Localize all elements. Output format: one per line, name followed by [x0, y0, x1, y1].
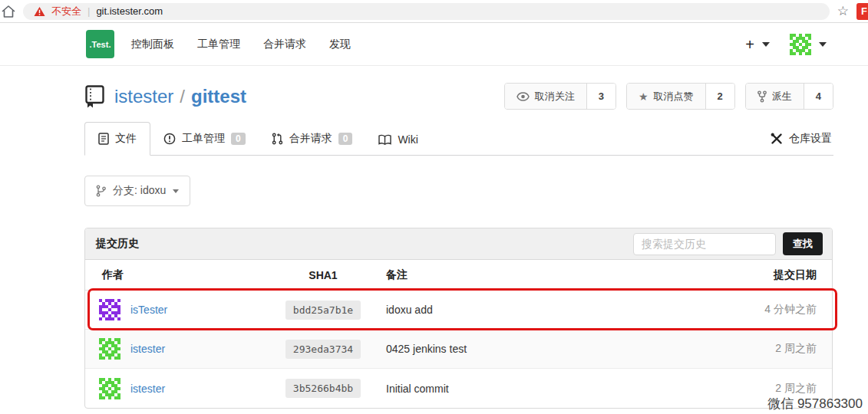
repository-icon [84, 85, 105, 108]
commit-message: idoxu add [377, 304, 717, 316]
file-icon [98, 133, 109, 145]
commit-author-link[interactable]: isTester [130, 304, 167, 316]
unstar-button[interactable]: ★ 取消点赞 2 [626, 83, 735, 110]
eye-icon [517, 92, 530, 101]
commit-author-avatar[interactable] [99, 299, 120, 320]
bookmark-star-icon[interactable]: ☆ [837, 5, 849, 18]
unstar-label: 取消点赞 [654, 90, 694, 104]
commit-author-link[interactable]: istester [130, 343, 165, 355]
tools-icon [771, 133, 783, 145]
site-logo[interactable]: .Test. [86, 30, 114, 58]
tab-wiki[interactable]: Wiki [365, 124, 431, 155]
repo-settings-label: 仓库设置 [789, 132, 832, 146]
warning-triangle-icon [34, 6, 45, 17]
repo-title: istester/gittest [114, 86, 246, 107]
address-bar[interactable]: 不安全 | git.istester.com [23, 3, 830, 20]
commit-author-link[interactable]: istester [130, 383, 165, 395]
commit-history-header: 提交历史 查找 [85, 228, 832, 260]
commit-row[interactable]: isTester bdd25a7b1e idoxu add 4 分钟之前 [85, 291, 832, 330]
commit-date: 2 周之前 [717, 342, 832, 356]
url-text[interactable]: git.istester.com [96, 5, 163, 17]
panel-title: 提交历史 [96, 237, 139, 251]
star-icon: ★ [639, 91, 649, 102]
site-navbar: .Test. 控制面板 工单管理 合并请求 发现 + [0, 23, 868, 66]
repo-tabs: 文件 工单管理 0 合并请求 0 Wiki 仓库设置 [84, 122, 833, 156]
nav-pull-requests[interactable]: 合并请求 [263, 38, 306, 51]
header-message: 备注 [377, 268, 717, 282]
branch-icon [96, 185, 106, 197]
commit-message: 0425 jenkins test [377, 343, 717, 355]
tab-pull-requests-label: 合并请求 [289, 132, 332, 146]
branch-selector[interactable]: 分支: idoxu [84, 176, 190, 206]
fork-icon [757, 90, 767, 103]
commit-history-panel: 提交历史 查找 作者 SHA1 备注 提交日期 isTester bdd25a7… [84, 228, 833, 409]
commit-table: 作者 SHA1 备注 提交日期 isTester bdd25a7b1e idox… [85, 260, 832, 408]
merge-request-icon [272, 133, 283, 145]
wechat-watermark: 微信 957863300 [767, 395, 863, 412]
commit-date: 4 分钟之前 [717, 303, 832, 317]
branch-selector-label: 分支: idoxu [113, 184, 166, 198]
commit-author-avatar[interactable] [99, 338, 120, 360]
chevron-down-icon[interactable] [762, 42, 770, 47]
commit-date: 2 周之前 [717, 382, 832, 396]
repo-name-link[interactable]: gittest [191, 86, 246, 107]
issues-count-badge: 0 [231, 133, 246, 145]
commit-search-input[interactable] [633, 233, 776, 255]
repo-title-separator: / [180, 86, 185, 107]
home-icon[interactable] [2, 5, 15, 18]
commit-sha-badge[interactable]: 293eda3734 [285, 340, 361, 359]
user-avatar[interactable] [790, 34, 811, 55]
repo-settings-button[interactable]: 仓库设置 [769, 123, 833, 155]
tab-files[interactable]: 文件 [84, 122, 150, 156]
repo-owner-link[interactable]: istester [114, 86, 173, 107]
tab-wiki-label: Wiki [398, 133, 417, 146]
commit-sha-badge[interactable]: 3b5266b4bb [285, 379, 361, 398]
commit-row[interactable]: istester 293eda3734 0425 jenkins test 2 … [85, 330, 832, 369]
tab-pull-requests[interactable]: 合并请求 0 [259, 123, 366, 155]
fork-button[interactable]: 派生 4 [745, 83, 833, 110]
header-author: 作者 [85, 268, 269, 282]
watchers-count[interactable]: 3 [587, 84, 616, 109]
address-separator: | [87, 5, 90, 17]
tab-files-label: 文件 [115, 132, 137, 146]
browser-chrome: 不安全 | git.istester.com ☆ F [0, 0, 868, 23]
unwatch-button[interactable]: 取消关注 3 [504, 83, 616, 110]
commit-sha-badge[interactable]: bdd25a7b1e [285, 301, 361, 320]
wiki-book-icon [378, 134, 391, 146]
commit-row[interactable]: istester 3b5266b4bb Initial commit 2 周之前 [85, 369, 832, 408]
create-new-button[interactable]: + [745, 37, 754, 52]
nav-dashboard[interactable]: 控制面板 [131, 38, 174, 51]
issue-icon [163, 133, 176, 145]
nav-explore[interactable]: 发现 [329, 38, 351, 51]
browser-extension-icon[interactable]: F [856, 3, 868, 20]
nav-issues[interactable]: 工单管理 [197, 38, 240, 51]
commit-author-avatar[interactable] [99, 378, 120, 399]
commit-table-header: 作者 SHA1 备注 提交日期 [85, 260, 832, 291]
unwatch-label: 取消关注 [535, 90, 575, 104]
commit-message: Initial commit [377, 383, 717, 395]
chevron-down-icon [173, 189, 179, 193]
tab-issues-label: 工单管理 [182, 132, 225, 146]
header-sha1: SHA1 [269, 269, 377, 281]
header-date: 提交日期 [717, 268, 832, 282]
forks-count[interactable]: 4 [804, 84, 833, 109]
chevron-down-icon[interactable] [819, 42, 827, 47]
fork-label: 派生 [772, 90, 792, 104]
stars-count[interactable]: 2 [706, 84, 734, 109]
tab-issues[interactable]: 工单管理 0 [150, 123, 259, 155]
pull-requests-count-badge: 0 [338, 133, 353, 145]
commit-search-button[interactable]: 查找 [783, 232, 823, 255]
security-warning[interactable]: 不安全 [51, 5, 81, 18]
repo-header: istester/gittest 取消关注 3 ★ 取消点赞 2 [84, 83, 833, 110]
